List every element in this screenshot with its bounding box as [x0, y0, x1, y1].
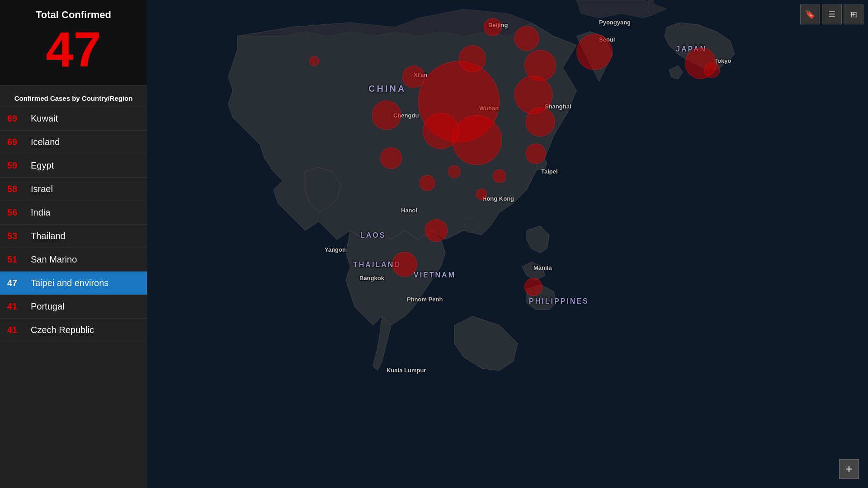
- map-svg: [147, 0, 868, 488]
- country-list-item[interactable]: 41Czech Republic: [0, 319, 147, 342]
- country-name: Kuwait: [31, 113, 58, 124]
- country-list-item[interactable]: 41Portugal: [0, 295, 147, 319]
- country-count: 47: [7, 278, 25, 288]
- country-list-item[interactable]: 56India: [0, 201, 147, 225]
- country-count: 59: [7, 160, 25, 171]
- left-panel: Total Confirmed 47 Confirmed Cases by Co…: [0, 0, 147, 488]
- cases-by-country-header: Confirmed Cases by Country/Region: [0, 86, 147, 107]
- country-name: San Marino: [31, 254, 77, 265]
- country-count: 51: [7, 254, 25, 265]
- zoom-in-button[interactable]: +: [839, 459, 859, 479]
- bookmark-button[interactable]: 🔖: [800, 5, 820, 24]
- country-name: Thailand: [31, 231, 66, 241]
- country-list-item[interactable]: 53Thailand: [0, 225, 147, 248]
- country-count: 69: [7, 113, 25, 124]
- country-count: 41: [7, 325, 25, 335]
- country-name: Israel: [31, 184, 53, 194]
- country-name: Taipei and environs: [31, 278, 108, 288]
- country-name: Egypt: [31, 160, 54, 171]
- country-list-item[interactable]: 47Taipei and environs: [0, 272, 147, 295]
- country-count: 56: [7, 207, 25, 218]
- country-count: 53: [7, 231, 25, 241]
- list-view-button[interactable]: ☰: [822, 5, 842, 24]
- country-name: Czech Republic: [31, 325, 94, 335]
- country-count: 41: [7, 301, 25, 312]
- map-area[interactable]: CHINALAOSTHAILANDVIETNAMPHILIPPINESJAPAN…: [147, 0, 868, 488]
- country-count: 58: [7, 184, 25, 194]
- country-list-item[interactable]: 69Kuwait: [0, 107, 147, 131]
- grid-view-button[interactable]: ⊞: [844, 5, 863, 24]
- country-count: 69: [7, 137, 25, 147]
- country-name: Iceland: [31, 137, 60, 147]
- toolbar: 🔖 ☰ ⊞: [800, 5, 863, 24]
- country-name: India: [31, 207, 50, 218]
- country-name: Portugal: [31, 301, 65, 312]
- country-list[interactable]: 69Kuwait69Iceland59Egypt58Israel56India5…: [0, 107, 147, 488]
- country-list-item[interactable]: 69Iceland: [0, 131, 147, 154]
- total-confirmed-number: 47: [9, 24, 138, 74]
- total-confirmed-label: Total Confirmed: [9, 9, 138, 21]
- country-list-item[interactable]: 51San Marino: [0, 248, 147, 272]
- total-confirmed-box: Total Confirmed 47: [0, 0, 147, 86]
- country-list-item[interactable]: 59Egypt: [0, 154, 147, 178]
- country-list-item[interactable]: 58Israel: [0, 178, 147, 201]
